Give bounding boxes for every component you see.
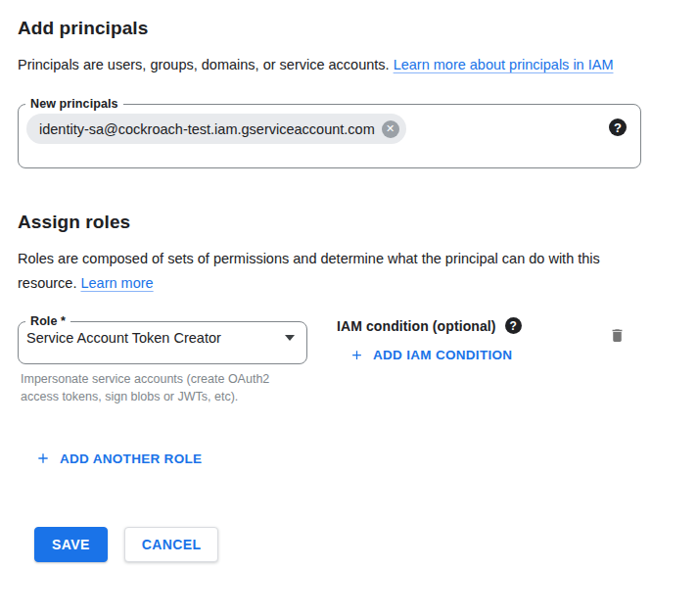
principals-description-text: Principals are users, groups, domains, o… [18,57,390,72]
role-row: Role * Service Account Token Creator Imp… [18,314,680,405]
assign-roles-title: Assign roles [18,212,680,233]
add-principals-panel: Add principals Principals are users, gro… [0,0,698,562]
role-selected-value: Service Account Token Creator [26,330,221,346]
trash-icon [609,326,626,345]
delete-role-button[interactable] [607,324,628,350]
add-another-role-label: ADD ANOTHER ROLE [60,451,202,466]
plus-icon [349,348,364,362]
role-column: Role * Service Account Token Creator Imp… [18,314,307,405]
iam-condition-column: IAM condition (optional) ? ADD IAM CONDI… [337,314,522,366]
role-select[interactable]: Role * Service Account Token Creator [18,314,307,364]
cancel-button[interactable]: CANCEL [124,527,219,562]
role-label: Role * [30,314,66,328]
chip-remove-icon[interactable]: ✕ [382,120,399,138]
new-principals-field[interactable]: New principals identity-sa@cockroach-tes… [18,97,641,168]
learn-more-roles-link[interactable]: Learn more [80,275,153,291]
learn-more-principals-link[interactable]: Learn more about principals in IAM [394,57,614,72]
add-iam-condition-button[interactable]: ADD IAM CONDITION [349,348,512,362]
principals-description: Principals are users, groups, domains, o… [18,53,656,77]
principal-chip[interactable]: identity-sa@cockroach-test.iam.gservicea… [26,114,406,144]
role-helper-text: Impersonate service accounts (create OAu… [21,371,287,405]
add-another-role-button[interactable]: ADD ANOTHER ROLE [35,450,202,466]
add-iam-condition-label: ADD IAM CONDITION [373,348,512,362]
chevron-down-icon[interactable] [285,335,295,341]
plus-icon [35,450,51,466]
iam-condition-label: IAM condition (optional) [337,318,496,334]
new-principals-label: New principals [30,97,118,111]
iam-condition-help-icon[interactable]: ? [505,317,522,334]
dialog-actions: SAVE CANCEL [34,527,680,562]
page-title: Add principals [18,18,680,39]
principal-chip-value: identity-sa@cockroach-test.iam.gservicea… [39,121,375,137]
roles-description: Roles are composed of sets of permission… [18,247,656,296]
help-icon[interactable]: ? [609,118,627,136]
save-button[interactable]: SAVE [34,527,108,562]
